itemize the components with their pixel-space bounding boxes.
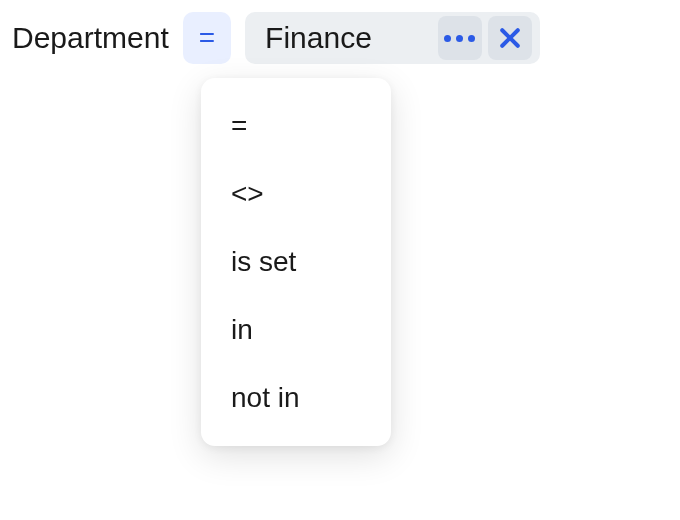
remove-filter-button[interactable] xyxy=(488,16,532,60)
filter-value-label[interactable]: Finance xyxy=(265,21,432,55)
operator-option-not-equals[interactable]: <> xyxy=(201,160,391,228)
filter-field-label: Department xyxy=(12,21,169,55)
operator-selector[interactable]: = xyxy=(183,12,231,64)
operator-option-in[interactable]: in xyxy=(201,296,391,364)
operator-selected-label: = xyxy=(199,22,215,54)
operator-option-is-set[interactable]: is set xyxy=(201,228,391,296)
filter-row: Department = Finance xyxy=(12,12,668,64)
operator-option-not-in[interactable]: not in xyxy=(201,364,391,432)
close-icon xyxy=(498,26,522,50)
operator-option-equals[interactable]: = xyxy=(201,92,391,160)
operator-dropdown: = <> is set in not in xyxy=(201,78,391,446)
more-options-button[interactable] xyxy=(438,16,482,60)
filter-value-group: Finance xyxy=(245,12,540,64)
more-icon xyxy=(444,35,475,42)
